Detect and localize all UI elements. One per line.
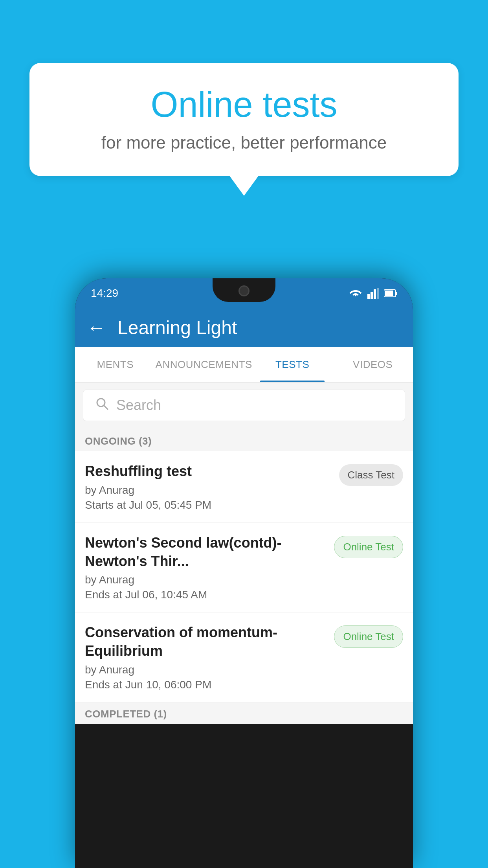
search-placeholder: Search [116,397,161,414]
test-item[interactable]: Conservation of momentum-Equilibrium by … [75,612,413,702]
test-date: Starts at Jul 05, 05:45 PM [85,499,331,511]
svg-line-8 [104,405,108,409]
status-bar: 14:29 [75,278,413,308]
svg-rect-6 [385,291,393,296]
tab-tests[interactable]: TESTS [252,347,333,382]
tab-ments[interactable]: MENTS [75,347,156,382]
test-date: Ends at Jul 06, 10:45 AM [85,588,326,601]
test-author: by Anurag [85,664,326,676]
battery-icon [384,289,397,298]
test-badge-online: Online Test [334,536,403,558]
wifi-icon [349,288,363,299]
test-title: Conservation of momentum-Equilibrium [85,623,326,660]
test-item[interactable]: Reshuffling test by Anurag Starts at Jul… [75,451,413,523]
test-title: Newton's Second law(contd)-Newton's Thir… [85,534,326,571]
test-info: Conservation of momentum-Equilibrium by … [85,623,334,691]
tab-announcements[interactable]: ANNOUNCEMENTS [156,347,252,382]
phone-frame: 14:29 [75,278,413,868]
content-area: Search ONGOING (3) Reshuffling test by A… [75,383,413,724]
phone-notch [213,278,275,302]
tab-bar: MENTS ANNOUNCEMENTS TESTS VIDEOS [75,347,413,383]
speech-bubble: Online tests for more practice, better p… [29,63,459,176]
search-container: Search [75,383,413,428]
completed-section-label: COMPLETED (1) [75,702,413,724]
back-button[interactable]: ← [87,317,106,338]
signal-icon [367,288,379,299]
test-item[interactable]: Newton's Second law(contd)-Newton's Thir… [75,523,413,613]
search-icon [95,397,109,414]
svg-rect-1 [371,292,373,299]
test-badge-online: Online Test [334,625,403,648]
svg-rect-3 [377,288,379,299]
svg-rect-0 [367,294,370,299]
app-header: ← Learning Light [75,308,413,347]
bubble-subtitle: for more practice, better performance [53,133,435,153]
tab-videos[interactable]: VIDEOS [332,347,413,382]
test-info: Reshuffling test by Anurag Starts at Jul… [85,462,339,511]
svg-rect-2 [374,289,376,299]
test-author: by Anurag [85,574,326,586]
camera-notch [238,285,250,296]
svg-rect-5 [396,292,397,295]
status-icons [349,288,397,299]
status-time: 14:29 [91,287,118,300]
test-date: Ends at Jun 10, 06:00 PM [85,679,326,691]
test-info: Newton's Second law(contd)-Newton's Thir… [85,534,334,601]
test-title: Reshuffling test [85,462,331,481]
bubble-title: Online tests [53,85,435,125]
app-header-title: Learning Light [117,317,237,338]
ongoing-section-label: ONGOING (3) [75,428,413,451]
test-author: by Anurag [85,484,331,497]
test-badge-class: Class Test [339,464,403,486]
search-bar[interactable]: Search [83,390,405,421]
